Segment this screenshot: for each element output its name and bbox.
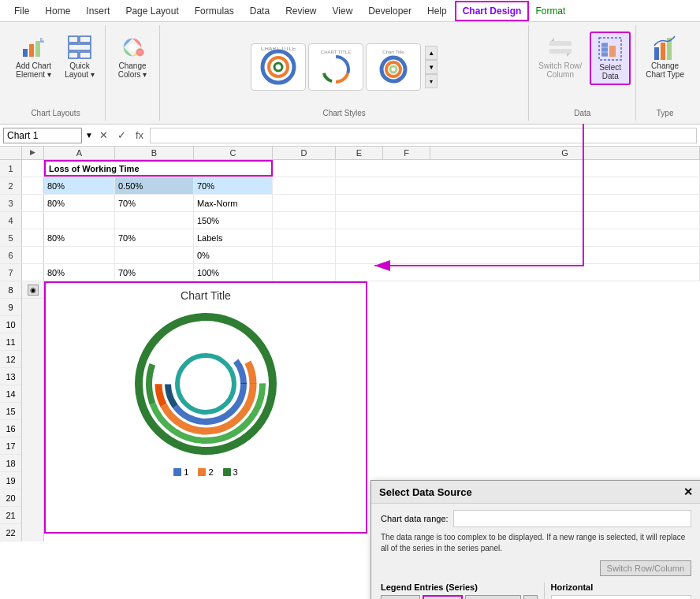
cell-d2[interactable] (273, 177, 336, 194)
cell-b4[interactable] (115, 212, 194, 229)
chart-data-range-input[interactable] (453, 510, 691, 527)
styles-scroll-more[interactable]: ▾ (425, 74, 438, 88)
svg-rect-27 (549, 49, 572, 54)
menu-formulas[interactable]: Formulas (187, 2, 242, 20)
menu-help[interactable]: Help (419, 2, 455, 20)
add-series-button[interactable]: ⊞ Add (381, 595, 420, 599)
tab-chart-design[interactable]: Chart Design (455, 1, 530, 21)
cell-c3[interactable]: Max-Norm (194, 195, 273, 211)
switch-row-column-button[interactable]: Switch Row/Column (534, 32, 586, 82)
add-chart-element-button[interactable]: + Add ChartElement ▾ (11, 32, 56, 82)
ribbon: + Add ChartElement ▾ QuickLayout ▾ (0, 22, 700, 125)
cell-b2[interactable]: 0.50% (115, 177, 194, 194)
legend-entries-title: Legend Entries (Series) (381, 582, 478, 592)
cell-b6[interactable] (115, 247, 194, 263)
formula-cancel-btn[interactable]: ✕ (96, 129, 111, 141)
cell-a7[interactable]: 80% (44, 264, 115, 281)
cell-e3[interactable] (336, 195, 700, 211)
row-2-collapse (22, 177, 44, 194)
row-3-collapse (22, 195, 44, 211)
col-g[interactable]: G (430, 147, 700, 159)
cell-e5[interactable] (336, 229, 700, 246)
quick-layout-button[interactable]: QuickLayout ▾ (59, 32, 100, 82)
cell-a4[interactable] (44, 212, 115, 229)
cell-e2[interactable] (336, 177, 700, 194)
corner-cell (0, 147, 22, 159)
row-num-16: 16 (0, 420, 21, 437)
cell-c2[interactable]: 70% (194, 177, 273, 194)
remove-series-button[interactable]: ✕ Remove (465, 595, 521, 599)
cell-d7[interactable] (273, 264, 336, 281)
menu-review[interactable]: Review (277, 2, 324, 20)
menu-data[interactable]: Data (242, 2, 277, 20)
tab-format[interactable]: Format (529, 2, 572, 20)
change-colors-button[interactable]: ChangeColors ▾ (112, 32, 153, 82)
function-btn[interactable]: fx (132, 129, 147, 141)
col-b[interactable]: B (115, 147, 194, 159)
menu-page-layout[interactable]: Page Layout (117, 2, 186, 20)
switch-row-column-icon (548, 35, 573, 60)
select-data-close[interactable]: ✕ (683, 486, 693, 498)
edit-series-button[interactable]: ✎ Edit (423, 595, 463, 599)
chart-style-2[interactable]: CHART TITLE (308, 43, 363, 91)
cell-c4[interactable]: 150% (194, 212, 273, 229)
name-box[interactable] (3, 128, 82, 143)
cell-b5[interactable]: 70% (115, 229, 194, 246)
cell-e7[interactable] (336, 264, 700, 281)
cell-a5[interactable]: 80% (44, 229, 115, 246)
cell-a2[interactable]: 80% (44, 177, 115, 194)
cell-c7[interactable]: 100% (194, 264, 273, 281)
cell-d6[interactable] (273, 247, 336, 263)
row-num-21: 21 (0, 507, 21, 524)
cell-b3[interactable]: 70% (115, 195, 194, 211)
col-c[interactable]: C (194, 147, 273, 159)
cell-d5[interactable] (273, 229, 336, 246)
select-data-button[interactable]: SelectData (590, 32, 631, 85)
row-num-4: 4 (0, 212, 22, 229)
chart-embedded[interactable]: Chart Title 1 (44, 281, 367, 534)
row-expand[interactable]: ▶ (22, 147, 44, 159)
table-row: 7 80% 70% 100% (0, 264, 700, 281)
menu-home[interactable]: Home (37, 2, 78, 20)
formula-input[interactable] (150, 128, 697, 143)
cell-e1[interactable] (336, 160, 700, 177)
switch-row-col-button[interactable]: Switch Row/Column (600, 560, 691, 576)
cell-b7[interactable]: 70% (115, 264, 194, 281)
cell-d3[interactable] (273, 195, 336, 211)
cell-d4[interactable] (273, 212, 336, 229)
name-box-dropdown[interactable]: ▼ (85, 131, 93, 140)
cell-c5[interactable]: Labels (194, 229, 273, 246)
change-chart-type-label: ChangeChart Type (646, 61, 684, 79)
col-e[interactable]: E (336, 147, 383, 159)
chart-style-1[interactable]: CHART TITLE (251, 43, 306, 91)
col-d[interactable]: D (273, 147, 336, 159)
cell-c6[interactable]: 0% (194, 247, 273, 263)
chart-style-3[interactable]: Chart Title (366, 43, 421, 91)
formula-confirm-btn[interactable]: ✓ (114, 129, 129, 141)
series-up-button[interactable]: ▲ (523, 595, 538, 599)
legend-dot-3 (223, 468, 231, 476)
row-num-10: 10 (0, 316, 21, 333)
col-a[interactable]: A (44, 147, 115, 159)
menu-view[interactable]: View (325, 2, 361, 20)
svg-rect-1 (29, 44, 34, 57)
col-f[interactable]: F (383, 147, 430, 159)
table-row: 6 0% (0, 247, 700, 264)
menu-insert[interactable]: Insert (78, 2, 117, 20)
menu-developer[interactable]: Developer (360, 2, 419, 20)
styles-scroll-up[interactable]: ▲ (425, 46, 438, 60)
styles-scroll-down[interactable]: ▼ (425, 60, 438, 74)
cell-a3[interactable]: 80% (44, 195, 115, 211)
row-num-18: 18 (0, 455, 21, 472)
change-chart-type-button[interactable]: ChangeChart Type (641, 32, 689, 82)
svg-point-37 (158, 337, 253, 431)
cell-a6[interactable] (44, 247, 115, 263)
chart-data-range-label: Chart data range: (381, 514, 449, 523)
menu-file[interactable]: File (6, 2, 37, 20)
cell-e4[interactable] (336, 212, 700, 229)
row-num-1: 1 (0, 160, 22, 177)
cell-a1[interactable]: Loss of Working Time (44, 160, 273, 177)
row-8-collapse-btn[interactable]: ◉ (28, 285, 39, 296)
cell-e6[interactable] (336, 247, 700, 263)
cell-d1[interactable] (273, 160, 336, 177)
